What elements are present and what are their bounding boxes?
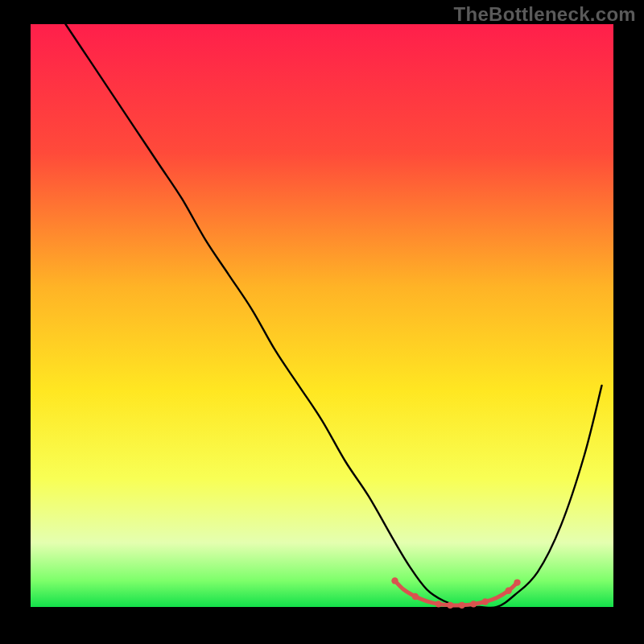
chart-container: TheBottleneck.com [0, 0, 644, 644]
optimal-range-dot [436, 601, 442, 607]
optimal-range-dot [514, 579, 520, 585]
plot-background [31, 24, 613, 607]
optimal-range-dot [391, 577, 398, 584]
watermark-text: TheBottleneck.com [454, 3, 636, 26]
optimal-range-dot [482, 598, 489, 605]
optimal-range-dot [459, 602, 465, 609]
optimal-range-dot [505, 588, 511, 594]
optimal-range-dot [447, 602, 453, 609]
optimal-range-dot [470, 601, 477, 607]
bottleneck-chart [0, 0, 644, 644]
optimal-range-dot [412, 593, 419, 600]
